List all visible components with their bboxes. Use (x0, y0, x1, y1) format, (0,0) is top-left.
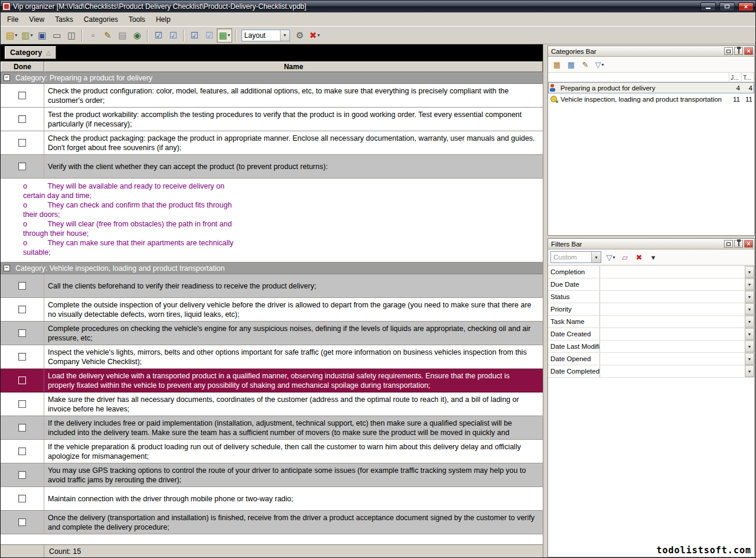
chevron-down-icon[interactable]: ▼ (591, 252, 601, 262)
task-checkbox[interactable] (18, 447, 26, 455)
delete-button[interactable]: ✖▾ (308, 28, 322, 43)
menu-item-categories[interactable]: Categories (79, 12, 123, 26)
filter-dropdown-button[interactable]: ▼ (745, 316, 754, 327)
filter-dropdown-button[interactable]: ▼ (745, 328, 754, 340)
task-row[interactable]: Check the product packaging: package the… (1, 131, 543, 155)
menu-item-tools[interactable]: Tools (123, 12, 151, 26)
task-checkbox[interactable] (18, 92, 26, 99)
save-button[interactable]: ▣ (35, 28, 49, 43)
category-col1-header[interactable]: J... (729, 73, 742, 82)
layout-combo[interactable]: Layout▼ (242, 30, 290, 41)
task-row[interactable]: Check the product configuration: color, … (1, 84, 543, 108)
column-header-name[interactable]: Name (44, 61, 543, 72)
filter-dropdown-button[interactable]: ▼ (745, 278, 754, 290)
close-button[interactable]: × (738, 2, 754, 11)
task-checkbox[interactable] (18, 518, 26, 526)
menu-item-tasks[interactable]: Tasks (50, 12, 79, 26)
print-button[interactable]: ▭ (50, 28, 64, 43)
filters-bar-restore-button[interactable] (724, 240, 733, 248)
menu-item-help[interactable]: Help (151, 12, 176, 26)
category-col2-header[interactable]: T... (742, 73, 754, 82)
task-checkbox[interactable] (18, 306, 26, 313)
menu-item-file[interactable]: File (2, 12, 24, 26)
task-checkbox[interactable] (18, 115, 26, 123)
filters-bar-pin-button[interactable] (734, 240, 743, 248)
filter-value[interactable] (600, 278, 745, 290)
filter-value[interactable] (600, 353, 745, 365)
group-by-category-button[interactable]: Category △ (5, 46, 56, 59)
minimize-button[interactable] (700, 2, 716, 11)
categories-bar-close-button[interactable]: × (744, 47, 753, 55)
task-row[interactable]: Call the clients beforehand to verify th… (1, 274, 543, 298)
filter-value[interactable] (600, 316, 745, 327)
maximize-button[interactable] (719, 2, 735, 11)
category-group-header[interactable]: −Category: Preparing a product for deliv… (1, 72, 543, 84)
filter-dropdown-button[interactable]: ▼ (745, 340, 754, 352)
apply-filter-button[interactable]: ▽▾ (604, 251, 617, 264)
category-list-item[interactable]: Preparing a product for delivery44 (548, 82, 754, 93)
category-name-column-header[interactable] (548, 73, 729, 82)
menu-item-view[interactable]: View (24, 12, 50, 26)
task-checkbox[interactable] (18, 163, 26, 170)
reports-button[interactable]: ▦▾ (217, 28, 232, 43)
print-preview-button[interactable]: ◫ (64, 28, 79, 43)
copy-button[interactable]: ▫ (86, 28, 100, 43)
filter-dropdown-button[interactable]: ▼ (745, 353, 754, 365)
filter-value[interactable] (600, 340, 745, 352)
category-list-item[interactable]: Vehicle inspection, loading and product … (548, 93, 754, 105)
category-group-header[interactable]: −Category: Vehicle inspection, loading a… (1, 262, 543, 274)
task-row[interactable]: If the delivery includes free or paid im… (1, 416, 543, 440)
collapse-icon[interactable]: − (4, 74, 10, 81)
task-row[interactable]: Make sure the driver has all necessary d… (1, 392, 543, 416)
filter-value[interactable] (600, 328, 745, 340)
new-item-button[interactable]: ▤▾ (4, 28, 19, 43)
filter-dropdown-button[interactable]: ▼ (745, 303, 754, 315)
task-row[interactable]: Once the delivery (transportation and in… (1, 511, 543, 534)
filter-dropdown-button[interactable]: ▼ (745, 266, 754, 278)
complete-task-button[interactable]: ☑ (151, 28, 165, 43)
task-row[interactable]: If the vehicle preparation & product loa… (1, 440, 543, 463)
filter-category-button[interactable]: ▽▾ (593, 59, 606, 71)
filter-dropdown-button[interactable]: ▼ (745, 291, 754, 303)
task-checkbox[interactable] (18, 329, 26, 337)
task-row[interactable]: Maintain connection with the driver thro… (1, 487, 543, 511)
task-row[interactable]: You may use GPS tracking options to cont… (1, 463, 543, 487)
delete-filter-button[interactable]: ✖ (633, 251, 646, 264)
filter-more-button[interactable]: ▾ (647, 251, 660, 264)
filter-preset-combo[interactable]: Custom ▼ (550, 251, 601, 263)
select-tasks-button[interactable]: ☑ (187, 28, 201, 43)
task-row[interactable]: Test the product workability: accomplish… (1, 108, 543, 131)
categories-bar-restore-button[interactable] (724, 47, 733, 55)
task-row[interactable]: Load the delivery vehicle with a transpo… (1, 369, 543, 392)
filter-dropdown-button[interactable]: ▼ (745, 365, 754, 377)
new-category-button[interactable]: ▦ (550, 59, 563, 71)
filter-value[interactable] (600, 266, 745, 278)
collapse-icon[interactable]: − (4, 265, 10, 271)
highlight-tasks-button[interactable]: ☑ (202, 28, 216, 43)
uncomplete-task-button[interactable]: ☑ (166, 28, 180, 43)
new-subcategory-button[interactable]: ▦ (565, 59, 578, 71)
task-checkbox[interactable] (18, 353, 26, 361)
categories-bar-pin-button[interactable] (734, 47, 743, 55)
edit-task-button[interactable]: ✎ (100, 28, 115, 43)
task-row[interactable]: Complete the outside inspection of your … (1, 298, 543, 322)
chevron-down-icon[interactable]: ▼ (280, 30, 289, 41)
view-task-button[interactable]: ◉ (130, 28, 144, 43)
title-bar[interactable]: Vip organizer [M:\Vlad\Checklists\Produc… (1, 1, 755, 12)
task-checkbox[interactable] (18, 282, 26, 290)
filter-value[interactable] (600, 365, 745, 377)
task-checkbox[interactable] (18, 139, 26, 147)
task-row[interactable]: Verify with the client whether they can … (1, 155, 543, 179)
clear-filter-button[interactable]: ▱ (618, 251, 631, 264)
task-checkbox[interactable] (18, 495, 26, 502)
task-checkbox[interactable] (18, 400, 26, 408)
customize-view-button[interactable]: ⚙ (293, 28, 307, 43)
task-checkbox[interactable] (18, 377, 26, 384)
task-row[interactable]: Inspect the vehicle's lights, mirrors, b… (1, 345, 543, 369)
filter-value[interactable] (600, 291, 745, 303)
filter-value[interactable] (600, 303, 745, 315)
column-header-done[interactable]: Done (1, 61, 44, 72)
filters-bar-close-button[interactable]: × (744, 240, 753, 248)
new-note-button[interactable]: ▥▾ (19, 28, 34, 43)
task-checkbox[interactable] (18, 424, 26, 432)
